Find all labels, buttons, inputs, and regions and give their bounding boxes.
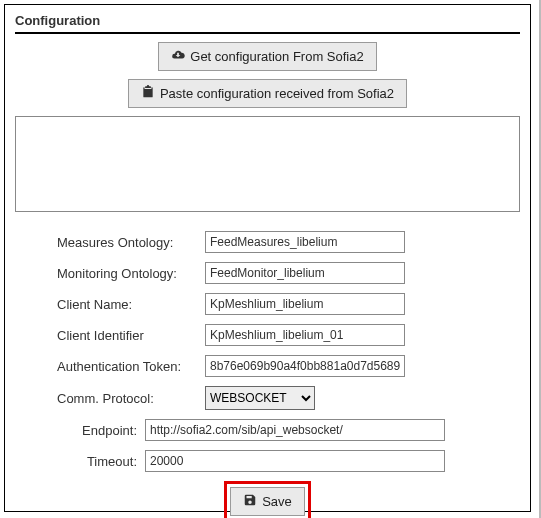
label-auth-token: Authentication Token:	[15, 359, 205, 374]
input-endpoint[interactable]	[145, 419, 445, 441]
label-measures-ontology: Measures Ontology:	[15, 235, 205, 250]
get-configuration-label: Get configuration From Sofia2	[190, 49, 363, 64]
row-endpoint: Endpoint:	[15, 419, 520, 441]
save-button[interactable]: Save	[230, 487, 305, 516]
label-endpoint: Endpoint:	[15, 423, 145, 438]
row-timeout: Timeout:	[15, 450, 520, 472]
save-highlight-box: Save	[224, 481, 311, 518]
input-auth-token[interactable]	[205, 355, 405, 377]
get-configuration-button[interactable]: Get configuration From Sofia2	[158, 42, 376, 71]
row-monitoring-ontology: Monitoring Ontology:	[15, 262, 520, 284]
label-monitoring-ontology: Monitoring Ontology:	[15, 266, 205, 281]
label-client-name: Client Name:	[15, 297, 205, 312]
panel-title: Configuration	[15, 13, 520, 28]
config-form: Measures Ontology: Monitoring Ontology: …	[15, 231, 520, 518]
label-timeout: Timeout:	[15, 454, 145, 469]
select-comm-protocol[interactable]: WEBSOCKET	[205, 386, 315, 410]
input-client-name[interactable]	[205, 293, 405, 315]
paste-textarea[interactable]	[15, 116, 520, 212]
save-label: Save	[262, 494, 292, 509]
paste-configuration-button[interactable]: Paste configuration received from Sofia2	[128, 79, 407, 108]
input-timeout[interactable]	[145, 450, 445, 472]
app-window: Configuration Get configuration From Sof…	[0, 0, 541, 518]
row-client-name: Client Name:	[15, 293, 520, 315]
configuration-panel: Configuration Get configuration From Sof…	[4, 4, 531, 512]
input-monitoring-ontology[interactable]	[205, 262, 405, 284]
row-client-identifier: Client Identifier	[15, 324, 520, 346]
cloud-download-icon	[171, 48, 185, 65]
paste-icon	[141, 85, 155, 102]
title-divider	[15, 32, 520, 34]
input-client-identifier[interactable]	[205, 324, 405, 346]
row-measures-ontology: Measures Ontology:	[15, 231, 520, 253]
row-auth-token: Authentication Token:	[15, 355, 520, 377]
save-area: Save	[15, 481, 520, 518]
label-comm-protocol: Comm. Protocol:	[15, 391, 205, 406]
label-client-identifier: Client Identifier	[15, 328, 205, 343]
paste-configuration-label: Paste configuration received from Sofia2	[160, 86, 394, 101]
input-measures-ontology[interactable]	[205, 231, 405, 253]
row-comm-protocol: Comm. Protocol: WEBSOCKET	[15, 386, 520, 410]
save-icon	[243, 493, 257, 510]
